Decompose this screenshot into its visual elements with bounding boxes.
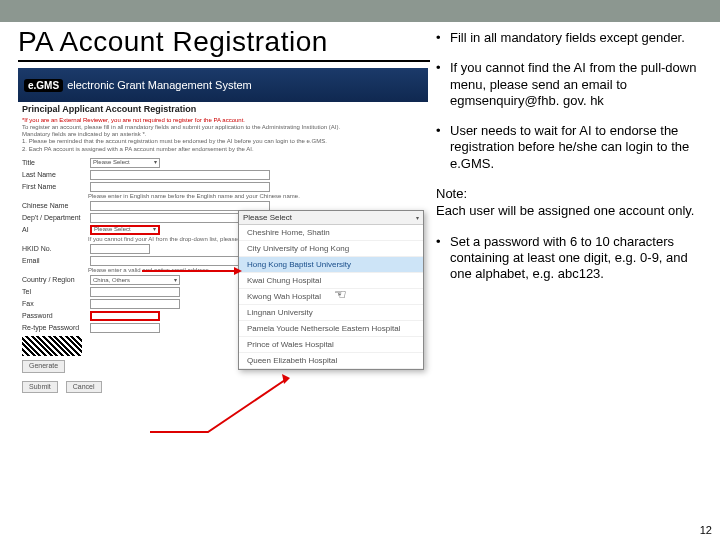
callout-arrow-ai [142, 262, 242, 272]
egms-banner-text: electronic Grant Management System [67, 79, 252, 91]
cancel-button[interactable]: Cancel [66, 381, 102, 393]
form-intro-red: *If you are an External Reviewer, you ar… [18, 117, 428, 124]
label-email: Email [22, 257, 86, 265]
label-ai: AI [22, 226, 86, 234]
ai-option[interactable]: Queen Elizabeth Hospital [239, 353, 423, 369]
instruction-bullets-2: •Set a password with 6 to 10 characters … [436, 234, 710, 283]
chevron-down-icon: ▾ [153, 226, 156, 233]
label-dept: Dep't / Department [22, 214, 86, 222]
ai-option[interactable]: Prince of Wales Hospital [239, 337, 423, 353]
ai-dropdown-popup: Please Select ▾ Cheshire Home, ShatinCit… [238, 210, 424, 370]
label-fax: Fax [22, 300, 86, 308]
label-pwconfirm: Re-type Password [22, 324, 86, 332]
svg-marker-2 [282, 374, 290, 384]
ai-option[interactable]: Kwong Wah Hospital [239, 289, 423, 305]
firstname-input[interactable] [90, 182, 270, 192]
hand-cursor-icon: ☜ [334, 286, 347, 302]
ai-option[interactable]: Lingnan University [239, 305, 423, 321]
ai-option[interactable]: Pamela Youde Nethersole Eastern Hospital [239, 321, 423, 337]
label-hkid: HKID No. [22, 245, 86, 253]
hkid-input[interactable] [90, 244, 150, 254]
form-intro-3: 1. Please be reminded that the account r… [18, 138, 428, 145]
svg-marker-1 [234, 267, 242, 275]
callout-arrow-password [148, 374, 290, 434]
tel-input[interactable] [90, 287, 180, 297]
submit-button[interactable]: Submit [22, 381, 58, 393]
ai-option[interactable]: City University of Hong Kong [239, 241, 423, 257]
title-select[interactable]: Please Select▾ [90, 158, 160, 168]
password-input[interactable] [90, 311, 160, 321]
label-password: Password [22, 312, 86, 320]
label-cname: Chinese Name [22, 202, 86, 210]
note-text: Note:Each user will be assigned one acco… [436, 186, 710, 220]
label-lastname: Last Name [22, 171, 86, 179]
form-intro-4: 2. Each PA account is assigned with a PA… [18, 146, 428, 153]
popup-header: Please Select ▾ [239, 211, 423, 225]
generate-button[interactable]: Generate [22, 360, 65, 372]
screenshot-form: e.GMS electronic Grant Management System… [18, 68, 428, 472]
ai-select[interactable]: Please Select▾ [90, 225, 160, 235]
form-intro-2: Mandatory fields are indicated by an ast… [18, 131, 428, 138]
chevron-down-icon: ▾ [416, 214, 419, 221]
cname-hint: Please enter in English name before the … [18, 193, 428, 200]
fax-input[interactable] [90, 299, 180, 309]
captcha-image [22, 336, 82, 356]
bullet-1: Fill in all mandatory fields except gend… [450, 30, 710, 46]
slide-topbar [0, 0, 720, 22]
lastname-input[interactable] [90, 170, 270, 180]
popup-list: Cheshire Home, ShatinCity University of … [239, 225, 423, 369]
ai-option[interactable]: Cheshire Home, Shatin [239, 225, 423, 241]
ai-option[interactable]: Hong Kong Baptist University [239, 257, 423, 273]
bullet-4: Set a password with 6 to 10 characters c… [450, 234, 710, 283]
bullet-2: If you cannot find the AI from the pull-… [450, 60, 710, 109]
egms-logo: e.GMS [24, 79, 63, 92]
label-title: Title [22, 159, 86, 167]
chevron-down-icon: ▾ [174, 277, 177, 284]
page-title: PA Account Registration [18, 26, 430, 62]
password-confirm-input[interactable] [90, 323, 160, 333]
egms-banner: e.GMS electronic Grant Management System [18, 68, 428, 102]
bullet-3: User needs to wait for AI to endorse the… [450, 123, 710, 172]
form-heading: Principal Applicant Account Registration [18, 102, 428, 117]
label-firstname: First Name [22, 183, 86, 191]
form-intro-1: To register an account, please fill in a… [18, 124, 428, 131]
page-number: 12 [700, 524, 712, 536]
country-select[interactable]: China, Others▾ [90, 275, 180, 285]
label-country: Country / Region [22, 276, 86, 284]
label-tel: Tel [22, 288, 86, 296]
chevron-down-icon: ▾ [154, 159, 157, 166]
instruction-bullets: •Fill in all mandatory fields except gen… [436, 30, 710, 172]
ai-option[interactable]: Kwai Chung Hospital [239, 273, 423, 289]
